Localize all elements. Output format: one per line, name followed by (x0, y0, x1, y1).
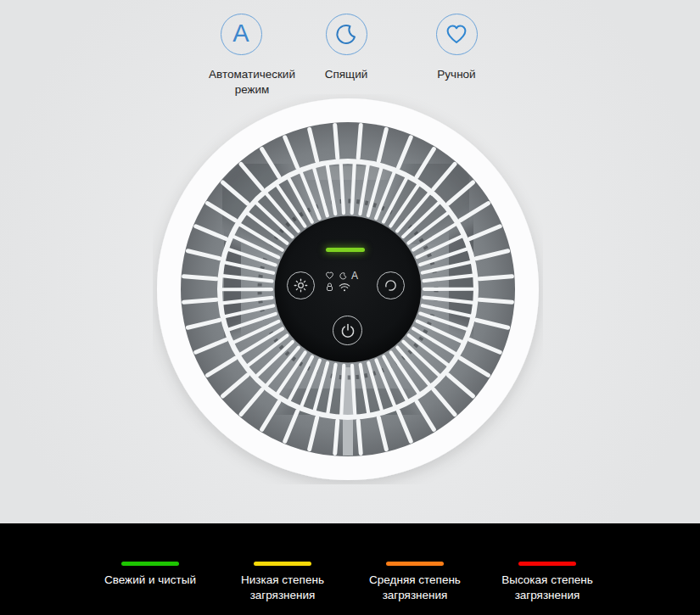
lock-icon (326, 282, 333, 292)
legend-item-medium: Средняя степень загрязнения (339, 562, 491, 603)
wifi-icon (339, 282, 350, 292)
mode-item-manual[interactable]: Ручной (389, 14, 524, 82)
panel-status-icons: A (324, 271, 358, 292)
legend-item-clean: Свежий и чистый (74, 562, 227, 588)
mode-label-manual: Ручной (437, 67, 475, 82)
power-button (333, 316, 362, 345)
page: A Автоматический режим Спящий Ручной (0, 0, 700, 615)
legend-item-high: Высокая степень загрязнения (471, 562, 624, 603)
brightness-sun-icon (293, 277, 309, 294)
auto-mode-icon[interactable]: A (221, 14, 262, 55)
legend-bar-yellow (254, 562, 311, 566)
moon-icon (333, 21, 360, 48)
air-quality-legend: Свежий и чистый Низкая степень загрязнен… (0, 523, 700, 615)
legend-bar-green (121, 562, 179, 566)
auto-icon: A (351, 271, 358, 281)
led-indicator (326, 248, 365, 252)
fan-speed-button (377, 271, 405, 299)
mode-label-sleep: Спящий (325, 67, 368, 82)
power-icon (339, 322, 356, 339)
manual-mode-icon[interactable] (436, 14, 478, 55)
heart-icon (324, 271, 335, 281)
moon-icon (339, 271, 348, 281)
sleep-mode-icon[interactable] (326, 14, 367, 55)
legend-bar-red (518, 562, 576, 566)
auto-letter: A (232, 21, 249, 46)
legend-bar-orange (386, 562, 444, 566)
heart-icon (443, 21, 470, 48)
brightness-button (287, 271, 315, 299)
fan-speed-icon (383, 277, 399, 294)
legend-item-low: Низкая степень загрязнения (206, 562, 359, 603)
